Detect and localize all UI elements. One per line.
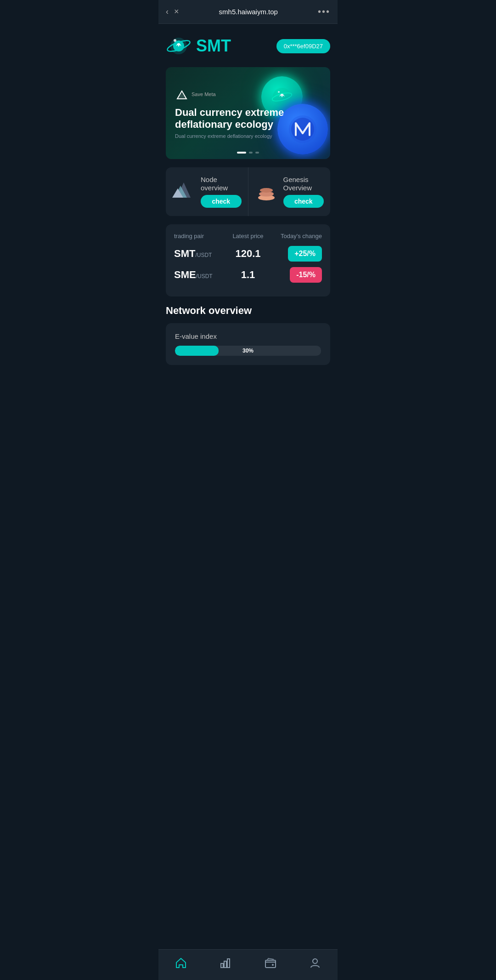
browser-menu-icon[interactable]: •••	[318, 6, 330, 17]
trading-section: trading pair Latest price Today's change…	[166, 224, 330, 296]
price-sme: 1.1	[223, 269, 272, 281]
network-card: E-value index 30%	[166, 323, 330, 365]
change-smt: +25/%	[273, 246, 322, 262]
genesis-icon	[255, 180, 278, 203]
change-badge-smt: +25/%	[288, 246, 322, 262]
banner-logo-text: Save Meta	[192, 91, 216, 97]
node-overview-label: Node overview	[201, 176, 242, 192]
pair-smt-suffix: /USDT	[195, 252, 212, 258]
nav-home[interactable]	[166, 955, 196, 971]
progress-track: 30%	[175, 346, 321, 356]
pair-sme-suffix: /USDT	[196, 273, 213, 279]
banner-logo-icon	[175, 87, 189, 101]
banner-dots	[237, 152, 259, 154]
nav-wallet[interactable]	[255, 955, 286, 971]
dot-inactive-1	[249, 152, 253, 154]
logo-section: SMT	[166, 33, 231, 59]
wallet-badge[interactable]: 0x***6ef09D27	[276, 39, 330, 53]
progress-fill	[175, 346, 219, 356]
evalue-label: E-value index	[175, 332, 321, 340]
app-title: SMT	[196, 36, 231, 56]
genesis-overview-card: Genesis Overview check	[248, 167, 331, 216]
overview-row: Node overview check Genesis Overview che…	[166, 167, 330, 216]
node-icon	[172, 180, 195, 203]
svg-point-20	[313, 959, 317, 963]
banner-subtext: Dual currency extreme deflationary ecolo…	[175, 133, 321, 139]
table-row: SMT/USDT 120.1 +25/%	[174, 246, 322, 262]
genesis-overview-label: Genesis Overview	[283, 176, 324, 192]
close-icon[interactable]: ×	[174, 7, 179, 17]
wallet-icon	[265, 957, 276, 969]
bottom-nav	[158, 949, 338, 980]
banner-logo: Save Meta	[175, 87, 321, 101]
smt-logo-icon	[166, 33, 192, 59]
svg-point-14	[260, 188, 273, 193]
genesis-check-button[interactable]: check	[283, 195, 324, 208]
app-header: SMT 0x***6ef09D27	[166, 33, 330, 59]
dot-active	[237, 152, 246, 154]
banner-content: Save Meta Dual currency extreme deflatio…	[175, 87, 321, 139]
nav-user[interactable]	[300, 955, 330, 971]
network-title: Network overview	[166, 305, 330, 317]
user-icon	[309, 957, 321, 969]
change-badge-sme: -15/%	[290, 267, 322, 283]
svg-rect-16	[224, 961, 226, 968]
nav-chart[interactable]	[210, 955, 241, 971]
price-smt: 120.1	[223, 248, 272, 260]
col-change-label: Today's change	[273, 233, 322, 239]
svg-rect-18	[265, 960, 276, 968]
node-overview-text: Node overview check	[201, 176, 242, 208]
banner-headline: Dual currency extreme deflationary ecolo…	[175, 107, 321, 131]
trading-header: trading pair Latest price Today's change	[174, 233, 322, 239]
change-sme: -15/%	[273, 267, 322, 283]
col-pair-label: trading pair	[174, 233, 223, 239]
svg-point-3	[174, 39, 176, 42]
genesis-overview-text: Genesis Overview check	[283, 176, 324, 208]
node-check-button[interactable]: check	[201, 195, 242, 208]
home-icon	[175, 957, 187, 969]
main-content: SMT 0x***6ef09D27 Save Meta Dual currenc…	[158, 24, 338, 411]
pair-smt: SMT/USDT	[174, 248, 223, 260]
svg-point-19	[272, 964, 274, 966]
col-price-label: Latest price	[223, 233, 272, 239]
banner: Save Meta Dual currency extreme deflatio…	[166, 67, 330, 159]
browser-bar: ‹ × smh5.haiwaiym.top •••	[158, 0, 338, 24]
pair-sme-name: SME	[174, 269, 196, 280]
dot-inactive-2	[255, 152, 259, 154]
svg-rect-17	[227, 959, 230, 968]
table-row: SME/USDT 1.1 -15/%	[174, 267, 322, 283]
node-overview-card: Node overview check	[166, 167, 248, 216]
pair-sme: SME/USDT	[174, 269, 223, 281]
pair-smt-name: SMT	[174, 248, 195, 259]
chart-icon	[220, 957, 231, 969]
progress-label: 30%	[242, 348, 254, 354]
browser-url: smh5.haiwaiym.top	[185, 8, 312, 16]
svg-rect-15	[221, 963, 223, 968]
back-icon[interactable]: ‹	[166, 7, 169, 17]
